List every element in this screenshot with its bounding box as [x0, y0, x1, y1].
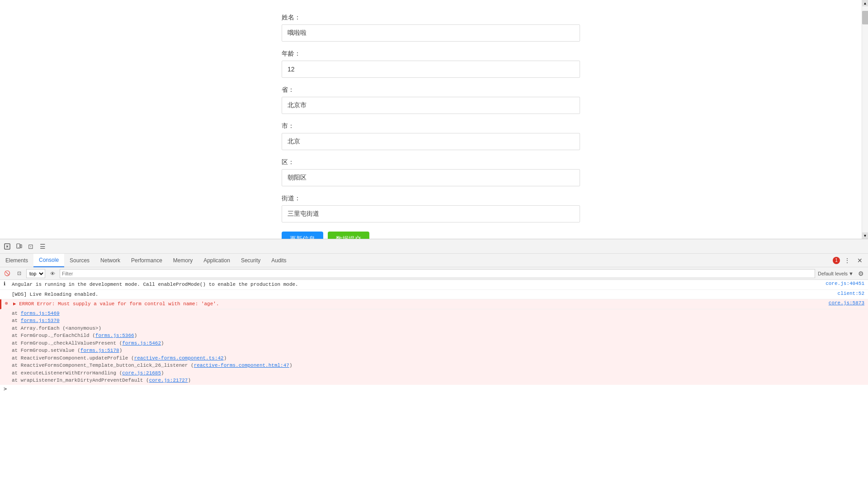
info-icon-1: ℹ	[4, 281, 10, 287]
stack-link-7[interactable]: reactive-forms.component.ts:42	[134, 355, 224, 361]
console-source-2[interactable]: client:52	[834, 291, 864, 296]
main-content: 姓名： 年龄： 省： 市：	[0, 0, 862, 239]
stack-link-5[interactable]: forms.js:5462	[122, 341, 161, 346]
console-drawer-button[interactable]: ⊡	[25, 241, 36, 252]
age-form-group: 年龄：	[282, 50, 580, 78]
console-filter-bar: 🚫 ⊡ top 👁 Default levels ▼ ⚙	[0, 267, 868, 280]
tab-application[interactable]: Application	[198, 254, 236, 267]
scroll-down-button[interactable]: ▼	[862, 232, 868, 239]
name-label: 姓名：	[282, 14, 580, 22]
street-input[interactable]	[282, 205, 580, 222]
tab-audits[interactable]: Audits	[266, 254, 292, 267]
filter-toggle-button[interactable]: ⊡	[14, 269, 24, 278]
console-prompt-input[interactable]	[9, 386, 864, 392]
age-input[interactable]	[282, 61, 580, 78]
console-line-angular-info: ℹ Angular is running in the development …	[0, 280, 868, 290]
name-input[interactable]	[282, 24, 580, 42]
more-tabs-button[interactable]: ⋮	[842, 255, 853, 266]
stack-line-5: at FormGroup._checkAllValuesPresent (for…	[12, 340, 864, 347]
stack-link-4[interactable]: forms.js:5366	[95, 333, 134, 338]
stack-line-9: at executeListenerWithErrorHandling (cor…	[12, 369, 864, 377]
filter-input[interactable]	[60, 269, 815, 278]
console-text-wds: [WDS] Live Reloading enabled.	[12, 291, 832, 298]
close-devtools-button[interactable]: ✕	[854, 255, 865, 266]
province-input[interactable]	[282, 97, 580, 114]
district-label: 区：	[282, 158, 580, 166]
city-input[interactable]	[282, 133, 580, 150]
settings-button[interactable]: ⚙	[856, 269, 865, 278]
submit-button[interactable]: 数据提交	[328, 232, 369, 239]
tab-security[interactable]: Security	[236, 254, 266, 267]
drawer-button[interactable]: ☰	[37, 241, 48, 252]
tab-memory[interactable]: Memory	[168, 254, 198, 267]
devtools-toolbar: ⊡ ☰	[0, 239, 868, 254]
name-form-group: 姓名：	[282, 14, 580, 42]
street-form-group: 街道：	[282, 194, 580, 222]
device-toolbar-button[interactable]	[14, 241, 24, 252]
province-form-group: 省：	[282, 86, 580, 114]
inspect-element-button[interactable]	[2, 241, 13, 252]
context-select[interactable]: top	[26, 269, 45, 278]
button-group: 更新信息 数据提交	[282, 232, 580, 239]
stack-link-8[interactable]: reactive-forms.component.html:47	[194, 363, 289, 368]
stack-link-2[interactable]: forms.js:5370	[21, 318, 60, 323]
stack-link-9[interactable]: core.js:21685	[122, 370, 161, 376]
devtools-tabs-right: 1 ⋮ ✕	[833, 255, 868, 266]
age-label: 年龄：	[282, 50, 580, 58]
stack-link-10[interactable]: core.js:21727	[149, 378, 188, 383]
update-button[interactable]: 更新信息	[282, 232, 323, 239]
stack-line-8: at ReactiveFormsComponent_Template_butto…	[12, 362, 864, 369]
clear-console-button[interactable]: 🚫	[3, 269, 12, 278]
city-form-group: 市：	[282, 122, 580, 150]
console-text-error: ▶ ERROR Error: Must supply a value for f…	[13, 300, 823, 308]
default-levels-select[interactable]: Default levels ▼	[818, 271, 854, 276]
scroll-up-button[interactable]: ▲	[862, 0, 868, 6]
stack-link-6[interactable]: forms.js:5178	[80, 348, 119, 353]
stack-line-1: at forms.js:5469	[12, 310, 864, 317]
tab-console[interactable]: Console	[33, 254, 64, 267]
form-container: 姓名： 年龄： 省： 市：	[273, 9, 589, 230]
stack-line-4: at FormGroup._forEachChild (forms.js:536…	[12, 332, 864, 340]
street-label: 街道：	[282, 194, 580, 203]
error-icon: ⊗	[5, 300, 11, 306]
error-badge: 1	[833, 257, 840, 264]
district-input[interactable]	[282, 169, 580, 186]
city-label: 市：	[282, 122, 580, 130]
district-form-group: 区：	[282, 158, 580, 186]
tab-performance[interactable]: Performance	[126, 254, 168, 267]
stack-line-3: at Array.forEach (<anonymous>)	[12, 325, 864, 332]
prompt-symbol: >	[4, 386, 7, 392]
svg-rect-2	[20, 245, 22, 248]
stack-line-7: at ReactiveFormsComponent.updateProfile …	[12, 355, 864, 362]
tab-network[interactable]: Network	[95, 254, 126, 267]
error-main-text: ▶ ERROR Error: Must supply a value for f…	[13, 301, 219, 307]
console-line-error: ⊗ ▶ ERROR Error: Must supply a value for…	[0, 299, 868, 309]
console-output: ℹ Angular is running in the development …	[0, 280, 868, 478]
svg-point-3	[18, 247, 19, 247]
stack-line-6: at FormGroup.setValue (forms.js:5178)	[12, 347, 864, 355]
page-scrollbar[interactable]: ▲ ▼	[862, 0, 868, 239]
devtools-panel: ⊡ ☰ Elements Console Sources Network Per…	[0, 239, 868, 478]
stack-line-10: at wrapListenerIn_markDirtyAndPreventDef…	[12, 377, 864, 384]
tab-sources[interactable]: Sources	[64, 254, 95, 267]
stack-line-2: at forms.js:5370	[12, 317, 864, 325]
province-label: 省：	[282, 86, 580, 94]
console-source-1[interactable]: core.js:40451	[822, 281, 864, 286]
error-stack-trace: at forms.js:5469 at forms.js:5370 at Arr…	[0, 309, 868, 385]
tab-elements[interactable]: Elements	[0, 254, 33, 267]
eye-button[interactable]: 👁	[48, 269, 57, 278]
console-text-angular: Angular is running in the development mo…	[12, 281, 820, 289]
scroll-thumb[interactable]	[862, 11, 868, 24]
stack-link-1[interactable]: forms.js:5469	[21, 311, 60, 316]
console-prompt[interactable]: >	[0, 385, 868, 393]
console-source-error[interactable]: core.js:5873	[825, 300, 864, 306]
console-line-wds: [WDS] Live Reloading enabled. client:52	[0, 290, 868, 300]
devtools-tabs: Elements Console Sources Network Perform…	[0, 254, 868, 267]
